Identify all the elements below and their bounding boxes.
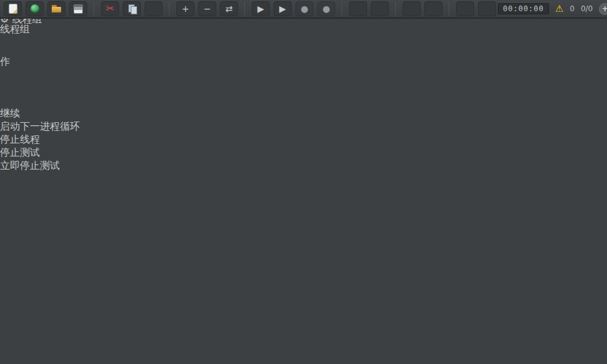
radio-label: 停止线程: [0, 133, 40, 145]
start-no-pauses-icon: ▶: [277, 4, 289, 14]
radio-label: 停止测试: [0, 146, 40, 158]
collapse-icon: −: [202, 4, 213, 14]
thread-group-panel: 线程组 作 继续启动下一进程循环停止线程停止测试立即停止测试: [0, 23, 607, 364]
action-radio-option[interactable]: 启动下一进程循环: [0, 120, 607, 133]
active-thread-ratio: 0/0: [581, 4, 593, 13]
clear-icon: [353, 4, 364, 14]
elapsed-timer: 00:00:00: [498, 3, 549, 14]
loop-count-field[interactable]: [0, 358, 413, 364]
stop-icon: ●: [299, 4, 310, 14]
clear-button[interactable]: [349, 1, 367, 16]
new-file-icon: [7, 4, 19, 14]
name-field[interactable]: [0, 36, 416, 47]
comments-field[interactable]: [0, 47, 416, 55]
new-file-button[interactable]: [4, 1, 22, 16]
collapse-button[interactable]: −: [198, 1, 216, 16]
radio-label: 继续: [0, 107, 20, 119]
warning-icon[interactable]: ⚠: [555, 4, 563, 14]
toolbar-separator: [342, 2, 343, 15]
function-helper-button[interactable]: [456, 1, 474, 16]
action-group-label: 作: [0, 55, 10, 67]
search-reset-icon: [428, 4, 439, 14]
thread-properties-group: [0, 173, 361, 335]
save-icon: [73, 4, 84, 14]
expand-icon: +: [180, 4, 191, 14]
action-radio-option[interactable]: 停止线程: [0, 133, 607, 146]
toolbar-separator: [449, 2, 450, 15]
help-icon: [482, 4, 493, 14]
shutdown-icon: ●: [321, 4, 332, 14]
error-count: 0: [570, 4, 575, 13]
start-no-pauses-button[interactable]: ▶: [274, 1, 292, 16]
clear-all-icon: [375, 4, 386, 14]
stop-button[interactable]: ●: [295, 1, 313, 16]
ramp-up-field[interactable]: [0, 347, 413, 358]
copy-button[interactable]: [123, 1, 141, 16]
toolbar-separator: [244, 2, 246, 15]
start-icon: ▶: [256, 4, 267, 14]
copy-icon: [127, 4, 138, 14]
paste-icon: [148, 4, 160, 14]
action-radio-row: 继续启动下一进程循环停止线程停止测试立即停止测试: [0, 107, 607, 173]
toolbar: ✂+−⇄▶▶●● 00:00:00 ⚠ 0 0/0 +: [0, 0, 607, 19]
toolbar-separator: [395, 2, 396, 15]
expand-button[interactable]: +: [176, 1, 194, 16]
cut-button[interactable]: ✂: [101, 1, 119, 16]
cut-icon: ✂: [105, 4, 116, 14]
action-radio-option[interactable]: 继续: [0, 107, 607, 120]
radio-label: 立即停止测试: [0, 160, 60, 171]
open-file-icon: [51, 4, 62, 14]
shutdown-button[interactable]: ●: [317, 1, 335, 16]
open-file-button[interactable]: [47, 1, 65, 16]
toggle-button[interactable]: ⇄: [220, 1, 238, 16]
templates-icon: [29, 4, 41, 14]
toolbar-buttons: ✂+−⇄▶▶●●: [2, 0, 498, 18]
toggle-icon: ⇄: [224, 4, 235, 14]
paste-button[interactable]: [145, 1, 163, 16]
action-after-error-group: [0, 69, 361, 107]
number-of-threads-field[interactable]: [0, 335, 413, 347]
action-radio-option[interactable]: 停止测试: [0, 146, 607, 160]
compass-icon: +: [599, 3, 607, 15]
start-button[interactable]: ▶: [252, 1, 270, 16]
help-button[interactable]: [478, 1, 496, 16]
radio-label: 启动下一进程循环: [0, 120, 80, 132]
search-icon: [406, 4, 418, 14]
templates-button[interactable]: [26, 1, 44, 16]
function-helper-icon: [460, 4, 471, 14]
save-button[interactable]: [69, 1, 87, 16]
action-radio-option[interactable]: 立即停止测试: [0, 160, 607, 173]
panel-title: 线程组: [0, 23, 607, 36]
toolbar-separator: [169, 2, 170, 15]
search-reset-button[interactable]: [424, 1, 442, 16]
toolbar-separator: [93, 2, 95, 15]
clear-all-button[interactable]: [371, 1, 389, 16]
toolbar-status: 00:00:00 ⚠ 0 0/0 +: [498, 3, 607, 15]
search-button[interactable]: [403, 1, 421, 16]
